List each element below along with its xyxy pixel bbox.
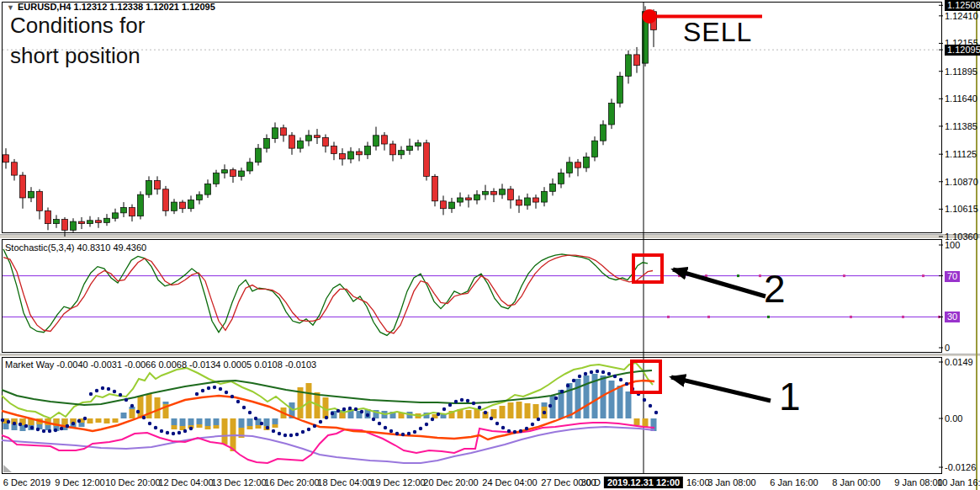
mw-histogram-bar <box>525 403 531 418</box>
candle-body <box>146 181 152 195</box>
mw-dot <box>448 403 452 407</box>
mw-dot <box>77 419 81 423</box>
mw-histogram-bar <box>214 425 220 429</box>
candle-body <box>12 162 18 175</box>
candle-body <box>172 202 177 210</box>
mw-dot <box>519 429 522 433</box>
highlight-box-2[interactable] <box>633 255 662 282</box>
mw-dot <box>601 370 605 374</box>
mw-dot <box>107 387 110 391</box>
mw-dot <box>95 389 98 392</box>
candle-body <box>87 221 93 224</box>
mw-histogram-bar <box>533 404 539 418</box>
mw-dot <box>607 372 611 375</box>
chart-canvas[interactable] <box>0 0 980 490</box>
candle-body <box>550 184 556 191</box>
mw-histogram-bar <box>130 409 135 418</box>
mt4-chart-window: ▼EURUSD,H4 1.12312 1.12338 1.12021 1.120… <box>0 0 980 490</box>
mw-dot <box>124 398 128 402</box>
candle-body <box>298 141 304 148</box>
candle-body <box>584 157 590 168</box>
mw-dot <box>254 417 257 420</box>
mw-dot <box>72 422 75 425</box>
mw-dot <box>372 418 375 421</box>
mw-histogram-bar <box>542 402 548 407</box>
candle-body <box>609 103 615 125</box>
mw-dot <box>119 393 122 397</box>
candle-body <box>390 144 396 155</box>
mw-dot <box>313 424 316 428</box>
mw-histogram-bar <box>172 418 177 425</box>
mw-dot <box>148 422 151 425</box>
mw-dot <box>466 399 469 402</box>
mw-histogram-bar <box>214 418 220 425</box>
mw-dot <box>319 420 322 423</box>
mw-dot <box>566 384 569 387</box>
mw-dot <box>160 429 163 433</box>
candle-body <box>230 170 236 177</box>
mw-histogram-bar <box>273 424 278 428</box>
mw-violet-line <box>2 427 654 463</box>
candle-body <box>365 146 371 155</box>
mw-histogram-bar <box>172 425 177 429</box>
mw-histogram-bar <box>222 418 228 445</box>
mw-histogram-bar <box>584 375 590 418</box>
candle-body <box>121 207 127 212</box>
candle-body <box>214 173 220 184</box>
mw-dot <box>472 402 475 405</box>
candle-body <box>20 175 26 198</box>
candle-body <box>348 152 354 159</box>
panel-resize-grip[interactable] <box>3 465 12 472</box>
mw-histogram-bar <box>466 410 472 418</box>
mw-dot <box>360 410 363 413</box>
mw-dot <box>572 379 575 382</box>
mw-histogram-bar <box>113 418 119 423</box>
stoch-tick <box>843 274 845 277</box>
mw-histogram-bar <box>256 425 262 429</box>
stoch-tick <box>922 274 924 277</box>
candle-body <box>180 202 186 209</box>
candle-body <box>247 162 253 171</box>
sell-dot[interactable] <box>643 9 657 24</box>
mw-dot <box>1 418 4 422</box>
mw-dot <box>525 427 528 430</box>
candle-body <box>256 148 262 162</box>
arrow-2[interactable] <box>673 269 765 296</box>
mw-dot <box>195 392 199 396</box>
mw-dot <box>407 432 411 435</box>
candle-body <box>458 198 464 202</box>
mw-dot <box>42 429 45 433</box>
mw-dot <box>537 418 540 421</box>
mw-histogram-bar <box>155 397 161 418</box>
mw-dot <box>301 430 305 434</box>
arrow-1[interactable] <box>671 377 771 401</box>
mw-dot <box>260 422 263 425</box>
mw-dot <box>643 398 646 402</box>
candle-body <box>3 155 9 162</box>
mw-dot <box>36 428 40 431</box>
mw-dot <box>431 418 434 421</box>
mw-dot <box>389 429 393 433</box>
candle-body <box>222 170 228 173</box>
mw-dot <box>30 426 34 429</box>
mw-dot <box>625 382 628 386</box>
mw-dot <box>83 417 87 420</box>
candle-body <box>601 125 607 141</box>
candle-body <box>491 191 497 194</box>
stoch-tick <box>667 316 670 318</box>
mw-histogram-bar <box>643 418 649 427</box>
candle-body <box>315 136 320 138</box>
mw-dot <box>7 420 10 423</box>
candle-body <box>617 76 623 103</box>
mw-dot <box>342 407 346 411</box>
candle-body <box>525 198 531 205</box>
candle-body <box>575 162 581 168</box>
candle-body <box>205 184 211 194</box>
mw-histogram-bar <box>205 426 211 429</box>
candle-body <box>407 146 413 151</box>
mw-histogram-bar <box>121 413 127 418</box>
mw-dot <box>24 424 28 428</box>
candle-body <box>306 136 312 141</box>
candle-body <box>37 191 43 210</box>
mw-dot <box>289 434 293 437</box>
